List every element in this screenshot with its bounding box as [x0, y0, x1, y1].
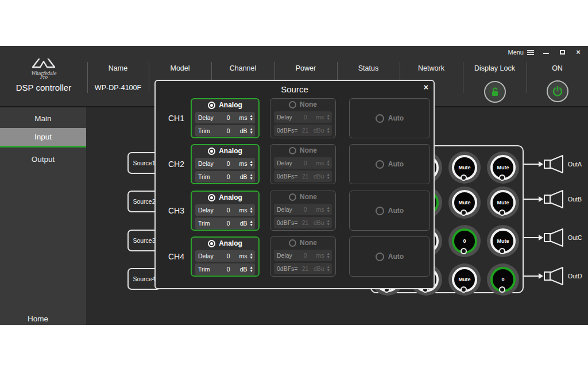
display-lock-button[interactable]	[484, 81, 506, 103]
none-radio-row[interactable]: None	[270, 145, 335, 156]
knob-indicator-dot	[499, 248, 505, 254]
delay-label: Delay	[198, 207, 222, 214]
analog-radio-row[interactable]: Analog	[192, 192, 258, 203]
spinner-down-icon[interactable]: ▼	[250, 131, 253, 134]
spinner-down-icon[interactable]: ▼	[250, 164, 253, 167]
analog-radio-row[interactable]: Analog	[192, 238, 258, 249]
trim-spinner[interactable]: ▲▼	[250, 127, 253, 134]
delay-field[interactable]: Delay 0 ms ▲▼	[195, 250, 255, 262]
trim-field[interactable]: Trim 0 dB ▲▼	[195, 171, 255, 183]
trim-value[interactable]: 0	[222, 127, 235, 134]
digital-source-box[interactable]: None Delay 0 ms ▲▼ 0dBFs= 21 dBu ▲▼	[270, 191, 336, 231]
brand-script-line2: Pro	[0, 75, 87, 79]
sidebar-item-input[interactable]: Input	[0, 128, 86, 148]
digital-source-box[interactable]: None Delay 0 ms ▲▼ 0dBFs= 21 dBu ▲▼	[270, 236, 336, 277]
maximize-button[interactable]	[558, 49, 566, 56]
digital-source-box[interactable]: None Delay 0 ms ▲▼ 0dBFs= 21 dBu ▲▼	[270, 98, 336, 138]
spinner-down-icon[interactable]: ▼	[250, 223, 253, 227]
spinner-down-icon[interactable]: ▼	[250, 177, 253, 180]
radio-unselected-icon[interactable]	[376, 207, 384, 215]
none-radio-label: None	[300, 146, 317, 154]
digital-source-box[interactable]: None Delay 0 ms ▲▼ 0dBFs= 21 dBu ▲▼	[270, 144, 336, 184]
radio-unselected-icon[interactable]	[289, 239, 296, 247]
spinner-down-icon[interactable]: ▼	[250, 210, 253, 214]
spinner-down-icon[interactable]: ▼	[250, 269, 253, 273]
routing-knob[interactable]: Mute	[452, 190, 477, 215]
radio-unselected-icon[interactable]	[289, 193, 296, 201]
device-name-value: WP-DP-4100F	[87, 84, 149, 92]
routing-knob[interactable]: Mute	[490, 228, 516, 254]
power-on-button[interactable]	[547, 80, 568, 102]
radio-unselected-icon[interactable]	[289, 147, 296, 154]
delay-spinner[interactable]: ▲▼	[250, 207, 253, 214]
analog-source-box[interactable]: Analog Delay 0 ms ▲▼ Trim 0 dB ▲▼	[191, 98, 260, 138]
sidebar-item-output[interactable]: Output	[0, 151, 86, 168]
auto-source-box[interactable]: Auto	[349, 191, 430, 231]
knob-indicator-dot	[461, 286, 467, 293]
delay-spinner[interactable]: ▲▼	[250, 253, 253, 259]
radio-selected-icon[interactable]	[208, 194, 215, 201]
delay-unit: ms	[312, 160, 324, 166]
trim-value[interactable]: 0	[222, 266, 235, 273]
auto-source-box[interactable]: Auto	[349, 144, 430, 184]
delay-field[interactable]: Delay 0 ms ▲▼	[195, 204, 255, 216]
routing-knob[interactable]: Mute	[452, 155, 477, 180]
radio-unselected-icon[interactable]	[376, 160, 384, 169]
delay-value[interactable]: 0	[222, 114, 235, 121]
delay-spinner[interactable]: ▲▼	[250, 114, 253, 121]
analog-source-box[interactable]: Analog Delay 0 ms ▲▼ Trim 0 dB ▲▼	[191, 144, 260, 184]
trim-spinner[interactable]: ▲▼	[250, 173, 253, 180]
auto-source-box[interactable]: Auto	[349, 98, 430, 138]
delay-value[interactable]: 0	[222, 160, 235, 167]
sidebar-item-main[interactable]: Main	[0, 110, 86, 127]
trim-value[interactable]: 0	[222, 220, 235, 227]
source-box-label: Source1	[133, 160, 155, 166]
delay-field[interactable]: Delay 0 ms ▲▼	[195, 112, 255, 123]
none-radio-row[interactable]: None	[270, 237, 335, 249]
radio-selected-icon[interactable]	[208, 102, 215, 109]
minimize-button[interactable]	[542, 49, 550, 56]
routing-knob[interactable]: Mute	[490, 155, 516, 180]
output-row: OutD	[524, 266, 588, 286]
delay-spinner[interactable]: ▲▼	[250, 160, 253, 167]
delay-value[interactable]: 0	[222, 253, 235, 259]
radio-selected-icon[interactable]	[208, 240, 215, 247]
trim-field[interactable]: Trim 0 dB ▲▼	[195, 218, 255, 229]
analog-radio-row[interactable]: Analog	[192, 99, 258, 111]
routing-knob[interactable]: 0	[490, 267, 516, 292]
delay-value[interactable]: 0	[222, 207, 235, 214]
trim-field[interactable]: Trim 0 dB ▲▼	[195, 125, 255, 137]
dbfs-value: 21	[299, 173, 312, 180]
none-radio-row[interactable]: None	[270, 99, 335, 110]
routing-knob[interactable]: Mute	[490, 190, 516, 215]
auto-source-box[interactable]: Auto	[349, 236, 430, 277]
trim-value[interactable]: 0	[222, 173, 235, 180]
channel-row: CH4 Analog Delay 0 ms ▲▼	[156, 236, 434, 277]
signal-arrow-line	[524, 237, 539, 238]
trim-unit: dB	[235, 220, 247, 227]
spinner-down-icon: ▼	[327, 163, 330, 166]
analog-radio-row[interactable]: Analog	[192, 145, 258, 157]
trim-spinner[interactable]: ▲▼	[250, 266, 253, 273]
routing-knob[interactable]: 0	[452, 228, 477, 254]
radio-unselected-icon[interactable]	[289, 101, 296, 108]
source-box-label: Source2	[133, 198, 155, 205]
none-radio-row[interactable]: None	[270, 191, 335, 203]
dbfs-label: 0dBFs=	[277, 265, 299, 272]
trim-field[interactable]: Trim 0 dB ▲▼	[195, 263, 255, 275]
menu-button[interactable]: Menu	[508, 49, 534, 56]
close-window-button[interactable]: ×	[574, 49, 582, 56]
delay-field[interactable]: Delay 0 ms ▲▼	[195, 158, 255, 169]
spinner-down-icon[interactable]: ▼	[250, 256, 253, 259]
trim-spinner[interactable]: ▲▼	[250, 220, 253, 227]
spinner-down-icon[interactable]: ▼	[250, 118, 253, 121]
analog-source-box[interactable]: Analog Delay 0 ms ▲▼ Trim 0 dB ▲▼	[191, 191, 260, 231]
radio-unselected-icon[interactable]	[376, 114, 384, 123]
spinner-down-icon: ▼	[327, 130, 330, 134]
analog-source-box[interactable]: Analog Delay 0 ms ▲▼ Trim 0 dB ▲▼	[191, 236, 260, 277]
radio-selected-icon[interactable]	[208, 148, 215, 155]
delay-spinner: ▲▼	[327, 160, 330, 166]
radio-unselected-icon[interactable]	[376, 253, 384, 261]
knob-indicator-dot	[461, 174, 467, 181]
routing-knob[interactable]: Mute	[452, 267, 477, 292]
